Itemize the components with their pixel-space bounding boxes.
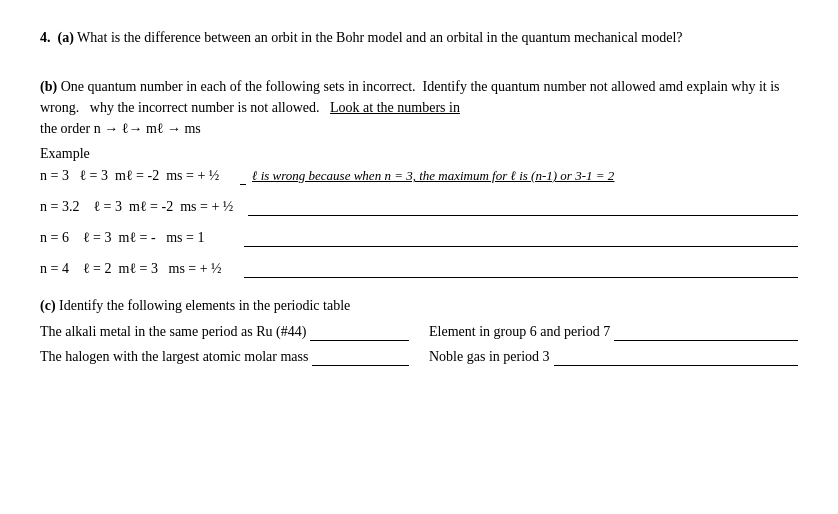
periodic-item-right-2: Noble gas in period 3 xyxy=(429,349,798,366)
quantum-set-1: n = 3.2 ℓ = 3 mℓ = -2 ms = + ½ xyxy=(40,199,244,215)
example-label: Example xyxy=(40,143,798,164)
example-blank-line xyxy=(240,168,246,185)
part-c-intro-text: Identify the following elements in the p… xyxy=(59,298,350,313)
part-c-intro: (c) Identify the following elements in t… xyxy=(40,298,798,314)
question-header: 4. (a) What is the difference between an… xyxy=(40,30,798,46)
example-answer: ℓ is wrong because when n = 3, the maxim… xyxy=(252,168,798,184)
answer-line-3 xyxy=(244,261,798,278)
quantum-set-3: n = 4 ℓ = 2 mℓ = 3 ms = + ½ xyxy=(40,261,240,277)
example-set: n = 3 ℓ = 3 mℓ = -2 ms = + ½ xyxy=(40,168,240,184)
main-content: 4. (a) What is the difference between an… xyxy=(40,30,798,366)
part-a-text: What is the difference between an orbit … xyxy=(77,30,682,45)
question-number: 4. xyxy=(40,30,58,45)
periodic-item-left-2: The halogen with the largest atomic mola… xyxy=(40,349,409,366)
group6-answer xyxy=(614,324,798,341)
quantum-set-2: n = 6 ℓ = 3 mℓ = - ms = 1 xyxy=(40,230,240,246)
group6-label: Element in group 6 and period 7 xyxy=(429,324,610,340)
quantum-row-3: n = 4 ℓ = 2 mℓ = 3 ms = + ½ xyxy=(40,261,798,278)
periodic-item-left-1: The alkali metal in the same period as R… xyxy=(40,324,409,341)
alkali-metal-label: The alkali metal in the same period as R… xyxy=(40,324,306,340)
periodic-row-2: The halogen with the largest atomic mola… xyxy=(40,349,798,366)
look-at-numbers: Look at the numbers in xyxy=(330,100,460,115)
order-text: the order n → ℓ→ mℓ → ms xyxy=(40,121,201,136)
answer-line-2 xyxy=(244,230,798,247)
halogen-label: The halogen with the largest atomic mola… xyxy=(40,349,308,365)
answer-line-1 xyxy=(248,199,798,216)
part-a-section: 4. (a) What is the difference between an… xyxy=(40,30,798,46)
alkali-metal-answer xyxy=(310,324,409,341)
periodic-row-1: The alkali metal in the same period as R… xyxy=(40,324,798,341)
part-b-label: (b) xyxy=(40,79,57,94)
part-b-section: (b) One quantum number in each of the fo… xyxy=(40,76,798,278)
part-b-intro: (b) One quantum number in each of the fo… xyxy=(40,76,798,139)
part-c-label: (c) xyxy=(40,298,56,313)
periodic-item-right-1: Element in group 6 and period 7 xyxy=(429,324,798,341)
part-a-label: (a) xyxy=(58,30,74,45)
noble-gas-label: Noble gas in period 3 xyxy=(429,349,550,365)
quantum-row-1: n = 3.2 ℓ = 3 mℓ = -2 ms = + ½ xyxy=(40,199,798,216)
noble-gas-answer xyxy=(554,349,798,366)
part-c-section: (c) Identify the following elements in t… xyxy=(40,298,798,366)
example-row: n = 3 ℓ = 3 mℓ = -2 ms = + ½ ℓ is wrong … xyxy=(40,168,798,185)
halogen-answer xyxy=(312,349,409,366)
quantum-row-2: n = 6 ℓ = 3 mℓ = - ms = 1 xyxy=(40,230,798,247)
